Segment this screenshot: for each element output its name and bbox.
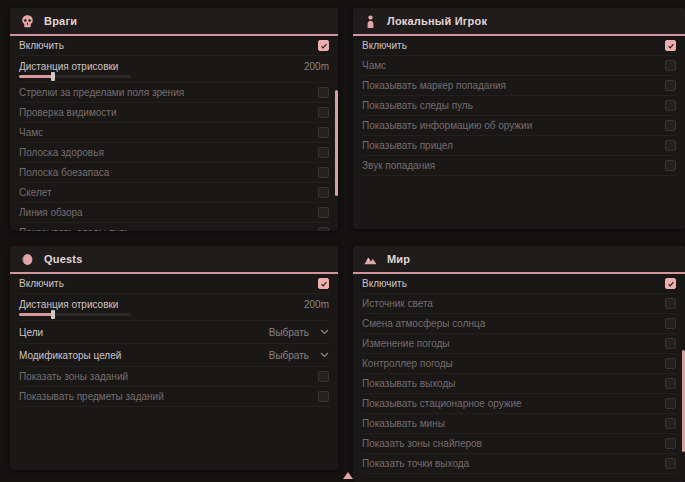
slider-handle[interactable] — [51, 72, 55, 81]
slider-label: Дистанция отрисовки — [19, 299, 118, 310]
checkbox[interactable] — [318, 371, 329, 382]
option-row-enable[interactable]: Включить — [19, 36, 329, 56]
render-distance-slider[interactable] — [19, 75, 131, 78]
option-row[interactable]: Показывать стационарное оружие — [362, 394, 676, 414]
option-row[interactable]: Контроллер погоды — [362, 354, 676, 374]
option-row-enable[interactable]: Включить — [362, 274, 676, 294]
dropdown-row-target-modifiers: Модификаторы целей Выбрать — [19, 344, 329, 367]
option-row[interactable]: Смена атмосферы солнца — [362, 314, 676, 334]
world-icon — [363, 252, 378, 267]
option-row[interactable]: Показывать выходы — [362, 374, 676, 394]
option-row[interactable]: Источник света — [362, 294, 676, 314]
checkbox[interactable] — [665, 278, 676, 289]
checkbox[interactable] — [665, 298, 676, 309]
quest-icon — [20, 252, 35, 267]
option-row[interactable]: Показывать предметы заданий — [19, 387, 329, 407]
panel-world-header[interactable]: Мир — [353, 246, 685, 274]
option-label: Включить — [19, 40, 64, 51]
option-label: Смена атмосферы солнца — [362, 318, 485, 329]
chevron-down-icon — [320, 352, 329, 358]
option-label: Показывать следы пуль — [19, 227, 130, 231]
checkbox[interactable] — [665, 418, 676, 429]
option-row[interactable]: Чамс — [19, 123, 329, 143]
dropdown-value: Выбрать — [269, 350, 309, 361]
option-label: Показывать мины — [362, 418, 445, 429]
panel-enemies: Враги Включить Дистанция отрисовки 200m … — [10, 8, 338, 231]
panel-local-player: Локальный Игрок Включить Чамс Показывать… — [353, 8, 685, 229]
option-row[interactable]: Показывать следы пуль — [362, 96, 676, 116]
checkbox[interactable] — [665, 438, 676, 449]
option-row[interactable]: Показывать маркер попадания — [362, 76, 676, 96]
option-row[interactable]: Полоска здоровья — [19, 143, 329, 163]
slider-handle[interactable] — [51, 310, 55, 319]
checkbox[interactable] — [318, 40, 329, 51]
option-label: Источник света — [362, 298, 433, 309]
checkbox[interactable] — [665, 160, 676, 171]
panel-title: Локальный Игрок — [387, 15, 487, 27]
option-row[interactable]: Чамс — [362, 56, 676, 76]
targets-dropdown[interactable]: Выбрать — [269, 327, 329, 338]
panel-world: Мир Включить Источник света Смена атмосф… — [353, 246, 685, 482]
dropdown-value: Выбрать — [269, 327, 309, 338]
option-label: Показывать предметы заданий — [19, 391, 164, 402]
option-row[interactable]: Показывать прицел — [362, 136, 676, 156]
checkbox[interactable] — [318, 167, 329, 178]
checkbox[interactable] — [318, 147, 329, 158]
chevron-down-icon — [320, 329, 329, 335]
panel-enemies-header[interactable]: Враги — [10, 8, 338, 36]
slider-value: 200m — [304, 299, 329, 310]
checkbox[interactable] — [665, 398, 676, 409]
checkbox[interactable] — [665, 140, 676, 151]
option-row-enable[interactable]: Включить — [19, 274, 329, 294]
checkbox[interactable] — [665, 318, 676, 329]
checkbox[interactable] — [665, 378, 676, 389]
option-row[interactable]: Показывать мины — [362, 414, 676, 434]
option-label: Включить — [362, 278, 407, 289]
option-row-enable[interactable]: Включить — [362, 36, 676, 56]
option-label: Показать зоны заданий — [19, 371, 128, 382]
checkbox[interactable] — [318, 227, 329, 231]
option-row[interactable]: Показать точки выхода — [362, 454, 676, 474]
checkbox[interactable] — [665, 120, 676, 131]
checkbox[interactable] — [318, 187, 329, 198]
checkbox[interactable] — [665, 358, 676, 369]
option-row[interactable]: Показать зоны снайперов — [362, 434, 676, 454]
option-label: Чамс — [19, 127, 43, 138]
option-label: Чамс — [362, 60, 386, 71]
dropdown-label: Цели — [19, 327, 43, 338]
option-row[interactable]: Скелет — [19, 183, 329, 203]
panel-local-player-header[interactable]: Локальный Игрок — [353, 8, 685, 36]
option-row[interactable]: Звук попадания — [362, 156, 676, 176]
option-row[interactable]: Изменение погоды — [362, 334, 676, 354]
option-row[interactable]: Полоска боезапаса — [19, 163, 329, 183]
checkbox[interactable] — [318, 278, 329, 289]
panel-world-body: Включить Источник света Смена атмосферы … — [353, 274, 685, 474]
option-row[interactable]: Линия обзора — [19, 203, 329, 223]
option-row[interactable]: Проверка видимости — [19, 103, 329, 123]
panel-local-player-body: Включить Чамс Показывать маркер попадани… — [353, 36, 685, 176]
checkbox[interactable] — [665, 60, 676, 71]
target-modifiers-dropdown[interactable]: Выбрать — [269, 350, 329, 361]
panel-quests-header[interactable]: Quests — [10, 246, 338, 274]
checkbox[interactable] — [665, 338, 676, 349]
option-row[interactable]: Стрелки за пределами поля зрения — [19, 83, 329, 103]
slider-row-render-distance: Дистанция отрисовки 200m — [19, 294, 329, 321]
checkbox[interactable] — [318, 127, 329, 138]
scrollbar-thumb[interactable] — [335, 90, 338, 196]
resize-handle-icon[interactable] — [343, 472, 353, 479]
checkbox[interactable] — [665, 100, 676, 111]
checkbox[interactable] — [318, 87, 329, 98]
checkbox[interactable] — [318, 391, 329, 402]
checkbox[interactable] — [665, 40, 676, 51]
option-label: Включить — [362, 40, 407, 51]
option-row[interactable]: Показывать следы пуль — [19, 223, 329, 231]
option-row[interactable]: Показать зоны заданий — [19, 367, 329, 387]
option-row[interactable]: Показывать информацию об оружии — [362, 116, 676, 136]
checkbox[interactable] — [318, 107, 329, 118]
checkbox[interactable] — [318, 207, 329, 218]
render-distance-slider[interactable] — [19, 313, 131, 316]
slider-value: 200m — [304, 61, 329, 72]
checkbox[interactable] — [665, 80, 676, 91]
checkbox[interactable] — [665, 458, 676, 469]
option-label: Полоска здоровья — [19, 147, 104, 158]
